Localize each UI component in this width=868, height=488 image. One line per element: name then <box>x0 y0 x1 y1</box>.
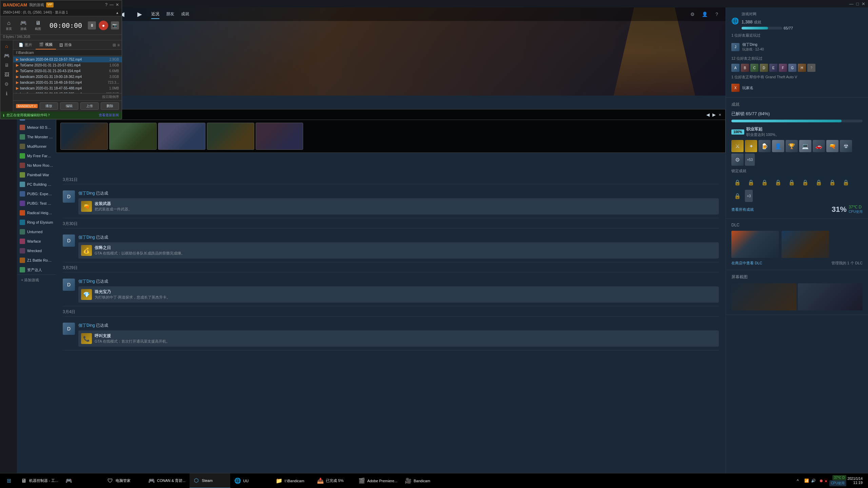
bandicam-record-btn[interactable]: ● <box>99 21 108 30</box>
screenshot-1[interactable] <box>731 283 796 310</box>
bandicam-camera-btn[interactable]: 📷 <box>111 21 119 29</box>
bandicam-sidebar-home[interactable]: ⌂ <box>2 42 12 50</box>
game-item-26[interactable]: Z1 Battle Royale <box>17 256 56 265</box>
taskbar-item-9[interactable]: 🎥 Bandicam <box>401 473 442 488</box>
bandicam-sidebar-settings[interactable]: ⚙ <box>2 80 12 88</box>
friend-grid-1[interactable]: A <box>731 64 739 72</box>
bandicam-file-item-6[interactable]: ▶ bandicam 2020-01-31 18-47-37-995.mp4 6… <box>13 91 122 93</box>
bandicam-close-btn[interactable]: ✕ <box>116 2 119 7</box>
game-item-25[interactable]: Wrecked <box>17 246 56 256</box>
bandicam-tab-prev[interactable]: ⊞ <box>113 43 116 47</box>
bandicam-upload-btn[interactable]: 上传 <box>80 102 99 110</box>
screenshot-2[interactable] <box>798 283 863 310</box>
bandicam-file-item-1[interactable]: ▶ TslGame 2020-01-31 21-20-57-691.mp4 1.… <box>13 62 122 68</box>
bandicam-help-btn[interactable]: ? <box>105 2 107 7</box>
friend-grid-7[interactable]: G <box>788 64 796 72</box>
game-item-14[interactable]: MudRunner <box>17 142 56 151</box>
activity-user-3[interactable]: 佃丁Ding <box>78 279 95 284</box>
taskbar-clock[interactable]: 2021/1/14 11:19 <box>848 477 863 485</box>
taskbar-item-5[interactable]: 🌐 UU <box>231 473 272 488</box>
friend-grid-9[interactable]: ? <box>807 64 815 72</box>
taskbar-start-btn[interactable]: ⊞ <box>1 473 16 488</box>
bandicam-screen-btn[interactable]: 🖥 截图 <box>32 19 44 33</box>
taskbar-item-3[interactable]: 🎮 CONAN & 育碧... <box>145 473 189 488</box>
bandicam-file-item-2[interactable]: ▶ TslGame 2020-01-31 21-20-43-154.mp4 6.… <box>13 68 122 74</box>
add-game-button[interactable]: + 添加游戏 <box>17 274 56 285</box>
game-item-12[interactable]: Meteor 60 Seconds! <box>17 123 56 132</box>
game-item-23[interactable]: Unturned <box>17 227 56 237</box>
game-item-15[interactable]: My Free Farm 2 <box>17 151 56 161</box>
media-thumb-2[interactable] <box>109 123 157 150</box>
network-icon[interactable]: 📶 <box>804 479 809 483</box>
media-thumb-4[interactable] <box>207 123 254 150</box>
activity-user-1[interactable]: 佃丁Ding <box>78 191 95 196</box>
view-all-ach-link[interactable]: 查看所有成就 <box>731 207 754 212</box>
maximize-icon[interactable]: □ <box>856 1 859 6</box>
taskbar-item-8[interactable]: 🎬 Adobe Premiere... <box>355 473 401 488</box>
taskbar-item-7[interactable]: 📥 已完成 5% <box>314 473 354 488</box>
view-news-link[interactable]: 查看最新新闻 <box>99 113 119 118</box>
media-thumb-3[interactable] <box>158 123 205 150</box>
friend-grid-8[interactable]: H <box>798 64 806 72</box>
dlc-image-1[interactable] <box>731 231 779 258</box>
media-thumb-5[interactable] <box>256 123 303 150</box>
bandicam-tab-sort[interactable]: ≡ <box>117 43 120 47</box>
bandicut-badge[interactable]: BANDICUT × <box>16 104 38 108</box>
minimize-icon[interactable]: — <box>849 1 853 6</box>
game-item-22[interactable]: Ring of Elysium <box>17 218 56 227</box>
dlc-image-2[interactable] <box>782 231 829 258</box>
steam-user-icon[interactable]: 👤 <box>700 9 709 19</box>
game-item-24[interactable]: Warface <box>17 237 56 246</box>
game-item-16[interactable]: No More Room in Hell <box>17 161 56 170</box>
steam-tab-achievements[interactable]: 成就 <box>181 10 189 19</box>
game-item-27[interactable]: 资产达人 <box>17 265 56 274</box>
bandicam-delete-btn[interactable]: 删除 <box>101 102 119 110</box>
bandicam-play-btn[interactable]: 播放 <box>40 102 58 110</box>
friend-grid-6[interactable]: F <box>779 64 787 72</box>
bandicam-vip-badge[interactable]: VIP <box>46 2 54 7</box>
steam-help-icon[interactable]: ? <box>712 9 722 19</box>
bandicam-file-item-0[interactable]: ▶ bandicam 2020-04-03 22-19-57-752.mp4 2… <box>13 57 122 62</box>
bandicam-home-btn[interactable]: ⌂ 首页 <box>3 19 15 33</box>
bandicam-sidebar-screen2[interactable]: 🖥 <box>2 61 12 69</box>
bandicam-tab-image[interactable]: 🖼 图像 <box>56 40 75 49</box>
game-item-18[interactable]: PC Building Simulator <box>17 180 56 189</box>
friend-playing-1[interactable]: X 玩家名 <box>731 82 863 93</box>
friend-grid-5[interactable]: E <box>769 64 777 72</box>
taskbar-item-4[interactable]: ⬡ Steam <box>190 473 230 488</box>
bandicam-game-btn[interactable]: 🎮 游戏 <box>17 18 29 33</box>
game-item-21[interactable]: Radical Heights <box>17 208 56 218</box>
notify-icon[interactable]: ^ <box>797 479 799 483</box>
bandicam-file-item-4[interactable]: ▶ bandicam 2020-01-31 18-48-18-910.mp4 7… <box>13 80 122 85</box>
bandicam-nav-game[interactable]: 我的游戏 <box>29 2 44 7</box>
activity-user-2[interactable]: 佃丁Ding <box>78 235 95 240</box>
taskbar-item-1[interactable]: 🎮 <box>62 473 103 488</box>
game-item-19[interactable]: PUBG: Experimental Server <box>17 189 56 199</box>
dlc-store-link[interactable]: 在商店中查看 DLC <box>731 261 762 266</box>
activity-user-4[interactable]: 佃丁Ding <box>78 323 95 328</box>
friend-grid-4[interactable]: D <box>760 64 768 72</box>
bandicam-pause-btn[interactable]: ⏸ <box>88 21 96 29</box>
friend-item-1[interactable]: J 佃丁Ding 玩游戏 · 12-40 <box>731 41 863 53</box>
volume-icon[interactable]: 🔊 <box>811 479 816 483</box>
media-next-btn[interactable]: ▶ <box>712 112 716 117</box>
bandicam-sidebar-image2[interactable]: 🖼 <box>2 70 12 79</box>
friend-grid-2[interactable]: B <box>741 64 749 72</box>
media-thumb-1[interactable] <box>60 123 108 150</box>
steam-tab-friends[interactable]: 朋友 <box>166 10 174 19</box>
media-close-btn[interactable]: × <box>718 112 721 117</box>
taskbar-item-2[interactable]: 🛡 电脑管家 <box>103 473 144 488</box>
bandicam-minimize-btn[interactable]: — <box>110 2 114 7</box>
media-prev-btn[interactable]: ◀ <box>706 112 710 117</box>
bandicam-tab-file[interactable]: 📄 图片 <box>15 40 36 49</box>
steam-forward-btn[interactable]: ▶ <box>134 8 146 20</box>
bandicam-edit-btn[interactable]: 编辑 <box>60 102 78 110</box>
steam-settings-icon[interactable]: ⚙ <box>688 9 697 19</box>
bandicam-file-item-3[interactable]: ▶ bandicam 2020-01-31 19-00-18-362.mp4 3… <box>13 74 122 80</box>
close-icon[interactable]: ✕ <box>862 1 865 6</box>
bandicam-sidebar-about[interactable]: ℹ <box>2 89 12 98</box>
game-item-13[interactable]: The Monster Inside <box>17 132 56 142</box>
taskbar-item-6[interactable]: 📁 I:\Bandicam <box>272 473 313 488</box>
steam-tab-about[interactable]: 近况 <box>151 10 159 19</box>
bandicam-sidebar-game2[interactable]: 🎮 <box>2 51 12 60</box>
